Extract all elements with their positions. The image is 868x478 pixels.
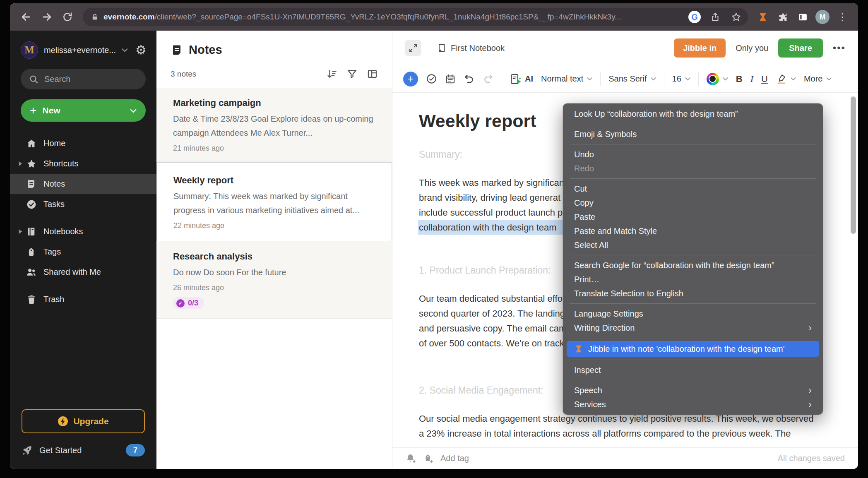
expand-caret-icon[interactable] — [16, 229, 25, 234]
sidebar-item-shortcuts[interactable]: Shortcuts — [10, 154, 156, 174]
jibble-hourglass-icon — [574, 344, 583, 353]
note-menu-button[interactable]: ••• — [833, 42, 846, 54]
sidebar-item-tags[interactable]: Tags — [10, 242, 156, 262]
layout-button[interactable] — [367, 68, 378, 79]
chevron-down-icon — [651, 77, 656, 81]
filter-button[interactable] — [346, 68, 358, 79]
calendar-icon — [445, 74, 456, 84]
lock-icon — [91, 13, 99, 21]
font-family-dropdown[interactable]: Sans Serif — [608, 74, 656, 84]
menu-item-translate-selection[interactable]: Translate Selection to English — [563, 286, 823, 300]
expand-caret-icon[interactable] — [16, 161, 25, 166]
font-family-value: Sans Serif — [608, 74, 647, 84]
menu-item-paste[interactable]: Paste — [563, 210, 823, 224]
account-name: melissa+evernote... — [44, 46, 116, 55]
browser-menu-button[interactable]: ⋮ — [834, 9, 851, 25]
browser-profile-button[interactable]: M — [814, 9, 831, 25]
editor-scrollbar[interactable] — [851, 96, 856, 234]
sidebar-item-home[interactable]: Home — [10, 133, 156, 154]
back-button[interactable] — [17, 8, 35, 26]
ai-edit-button[interactable]: AI — [510, 73, 533, 85]
menu-item-writing-direction[interactable]: Writing Direction› — [563, 321, 823, 335]
account-avatar: M — [21, 41, 38, 59]
undo-button[interactable] — [464, 73, 475, 84]
expand-note-button[interactable] — [405, 40, 421, 56]
add-reminder-button[interactable] — [406, 453, 416, 464]
save-status: All changes saved — [778, 454, 845, 463]
notebook-breadcrumb[interactable]: First Notebook — [437, 43, 505, 53]
menu-item-language-settings[interactable]: Language Settings — [563, 307, 823, 321]
sidebar-item-trash[interactable]: Trash — [10, 289, 156, 310]
menu-item-look-up[interactable]: Look Up “collaboration with the design t… — [563, 107, 823, 121]
chevron-down-icon[interactable] — [130, 108, 137, 113]
task-progress-badge: ✓ 0/3 — [173, 297, 204, 309]
google-g-icon: G — [688, 11, 701, 23]
highlight-dropdown[interactable] — [776, 73, 796, 84]
jibble-extension-button[interactable] — [755, 9, 771, 25]
underline-button[interactable]: U — [761, 74, 768, 84]
menu-item-search-google[interactable]: Search Google for “collaboration with th… — [563, 258, 823, 272]
extensions-button[interactable] — [774, 9, 791, 25]
text-style-dropdown[interactable]: Normal text — [541, 74, 592, 84]
menu-divider — [570, 144, 816, 144]
reload-button[interactable] — [59, 8, 76, 26]
menu-item-emoji-symbols[interactable]: Emoji & Symbols — [563, 127, 823, 141]
account-switcher[interactable]: M melissa+evernote... ⚙ — [10, 31, 156, 59]
share-button[interactable]: Share — [778, 38, 823, 58]
forward-button[interactable] — [38, 8, 55, 26]
share-page-button[interactable] — [707, 9, 723, 25]
menu-item-cut[interactable]: Cut — [563, 182, 823, 196]
sidebar-item-label: Trash — [43, 295, 64, 304]
note-title: Marketing campaign — [173, 98, 375, 108]
upgrade-button[interactable]: Upgrade — [22, 409, 145, 433]
checkbox-button[interactable] — [426, 73, 437, 84]
text-style-value: Normal text — [541, 74, 583, 84]
menu-item-speech[interactable]: Speech› — [563, 383, 823, 397]
menu-item-print[interactable]: Print… — [563, 272, 823, 286]
sort-button[interactable] — [326, 68, 337, 79]
note-list-item-research-analysis[interactable]: Research analysis Do now Do soon For the… — [156, 241, 392, 319]
menu-item-copy[interactable]: Copy — [563, 196, 823, 210]
redo-button[interactable] — [483, 73, 494, 84]
get-started-button[interactable]: Get Started 7 — [10, 442, 156, 469]
menu-divider — [570, 338, 816, 338]
more-formatting-dropdown[interactable]: More — [804, 74, 832, 84]
note-list-item-weekly-report[interactable]: Weekly report Summary: This week was mar… — [156, 162, 392, 241]
visibility-label[interactable]: Only you — [736, 43, 768, 53]
sidebar-item-label: Home — [43, 139, 65, 148]
italic-button[interactable]: I — [750, 74, 753, 84]
plus-icon: + — [30, 105, 36, 116]
google-profile-button[interactable]: G — [687, 9, 702, 25]
undo-icon — [464, 73, 475, 84]
menu-item-inspect[interactable]: Inspect — [563, 363, 823, 377]
menu-item-select-all[interactable]: Select All — [563, 238, 823, 252]
sidebar-item-tasks[interactable]: Tasks — [10, 194, 156, 214]
editor-header: First Notebook Jibble in Only you Share … — [392, 31, 858, 65]
insert-button[interactable]: + — [403, 72, 418, 86]
sidebar-item-label: Notebooks — [43, 227, 83, 236]
search-input[interactable]: Search — [21, 69, 146, 89]
sidebar-item-notes[interactable]: Notes — [10, 174, 156, 194]
note-title: Research analysis — [173, 251, 375, 262]
menu-item-jibble-in-with-note[interactable]: Jibble in with note 'collaboration with … — [567, 341, 819, 357]
address-bar[interactable]: evernote.com/client/web?_sourcePage=o4FS… — [83, 8, 748, 26]
add-tag-button[interactable] — [423, 453, 434, 464]
sidebar-item-shared-with-me[interactable]: Shared with Me — [10, 262, 156, 282]
menu-item-paste-and-match-style[interactable]: Paste and Match Style — [563, 224, 823, 238]
jibble-in-button[interactable]: Jibble in — [674, 38, 726, 58]
font-color-dropdown[interactable] — [707, 73, 728, 85]
menu-item-services[interactable]: Services› — [563, 397, 823, 411]
sidebar-item-notebooks[interactable]: Notebooks — [10, 221, 156, 242]
font-size-dropdown[interactable]: 16 — [672, 74, 690, 84]
add-tag-label[interactable]: Add tag — [440, 454, 469, 463]
browser-toolbar: evernote.com/client/web?_sourcePage=o4FS… — [10, 3, 858, 31]
side-panel-button[interactable] — [794, 9, 811, 25]
bookmark-button[interactable] — [728, 9, 744, 25]
note-list-item-marketing-campaign[interactable]: Marketing campaign Date & Time 23/8/23 G… — [156, 88, 392, 162]
calendar-button[interactable] — [445, 74, 456, 84]
settings-gear-icon[interactable]: ⚙ — [135, 44, 147, 56]
menu-item-undo[interactable]: Undo — [563, 147, 823, 161]
new-note-button[interactable]: + New — [21, 99, 146, 122]
font-size-value: 16 — [672, 74, 681, 84]
bold-button[interactable]: B — [736, 74, 743, 84]
